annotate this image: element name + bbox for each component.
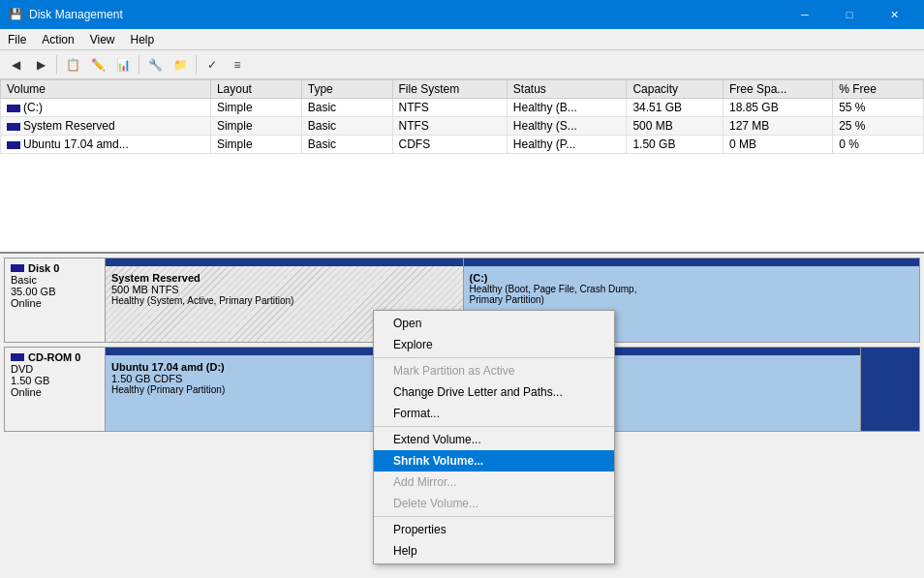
partition-system-reserved-label: System Reserved bbox=[111, 272, 457, 284]
menu-view[interactable]: View bbox=[82, 29, 123, 49]
disk-cdrom-name: CD-ROM 0 bbox=[28, 351, 80, 363]
partition-cdrom-extra bbox=[861, 348, 919, 431]
col-capacity: Capacity bbox=[627, 80, 724, 99]
ctx-item-add-mirror: Add Mirror... bbox=[374, 472, 614, 493]
partition-system-reserved-size: 500 MB NTFS bbox=[111, 284, 457, 295]
menu-bar: File Action View Help bbox=[0, 29, 924, 50]
disk-0-name: Disk 0 bbox=[28, 262, 59, 274]
ctx-item-help[interactable]: Help bbox=[374, 540, 614, 562]
window-title: Disk Management bbox=[29, 8, 123, 21]
partition-c-label: (C:) bbox=[470, 272, 913, 284]
cell-volume: (C:) bbox=[1, 99, 211, 117]
cell-layout: Simple bbox=[210, 117, 301, 136]
list-button[interactable]: ≡ bbox=[226, 53, 249, 76]
ctx-item-format[interactable]: Format... bbox=[374, 403, 614, 424]
folder-button[interactable]: 📁 bbox=[169, 53, 192, 76]
disk-cdrom-status: Online bbox=[11, 386, 99, 398]
cell-filesystem: NTFS bbox=[392, 99, 507, 117]
close-button[interactable]: ✕ bbox=[872, 0, 916, 29]
cell-status: Healthy (S... bbox=[507, 117, 627, 136]
partition-system-reserved-status: Healthy (System, Active, Primary Partiti… bbox=[111, 295, 457, 306]
ctx-sep-explore bbox=[374, 357, 614, 358]
ctx-item-properties[interactable]: Properties bbox=[374, 519, 614, 540]
cell-volume: Ubuntu 17.04 amd... bbox=[1, 136, 211, 154]
menu-file[interactable]: File bbox=[0, 29, 34, 49]
cell-freespace: 0 MB bbox=[723, 136, 832, 154]
volume-table: Volume Layout Type File System Status Ca… bbox=[0, 79, 924, 154]
ctx-sep-delete bbox=[374, 516, 614, 517]
cell-percentfree: 55 % bbox=[833, 99, 924, 117]
cell-type: Basic bbox=[301, 117, 392, 136]
context-menu: OpenExploreMark Partition as ActiveChang… bbox=[373, 310, 615, 564]
table-row[interactable]: (C:) Simple Basic NTFS Healthy (B... 34.… bbox=[1, 99, 924, 117]
cell-percentfree: 25 % bbox=[833, 117, 924, 136]
disk-map-wrapper: Disk 0 Basic 35.00 GB Online System Rese… bbox=[0, 254, 924, 578]
ctx-item-mark-active: Mark Partition as Active bbox=[374, 360, 614, 381]
ctx-item-change-letter[interactable]: Change Drive Letter and Paths... bbox=[374, 381, 614, 403]
check-button[interactable]: ✓ bbox=[200, 53, 224, 76]
ctx-sep-format bbox=[374, 426, 614, 427]
disk-cdrom-type: DVD bbox=[11, 363, 99, 375]
cell-status: Healthy (P... bbox=[507, 136, 627, 154]
col-status: Status bbox=[507, 80, 627, 99]
edit-button[interactable]: ✏️ bbox=[86, 53, 109, 76]
back-button[interactable]: ◀ bbox=[4, 53, 27, 76]
tool-button[interactable]: 🔧 bbox=[143, 53, 167, 76]
cell-filesystem: NTFS bbox=[392, 117, 507, 136]
table-row[interactable]: System Reserved Simple Basic NTFS Health… bbox=[1, 117, 924, 136]
ctx-item-open[interactable]: Open bbox=[374, 313, 614, 334]
cell-layout: Simple bbox=[210, 99, 301, 117]
col-percentfree: % Free bbox=[833, 80, 924, 99]
toolbar-sep-2 bbox=[139, 55, 139, 75]
cell-freespace: 18.85 GB bbox=[723, 99, 832, 117]
col-type: Type bbox=[301, 80, 392, 99]
menu-help[interactable]: Help bbox=[123, 29, 163, 49]
disk-cdrom-label: CD-ROM 0 DVD 1.50 GB Online bbox=[4, 347, 106, 432]
col-filesystem: File System bbox=[392, 80, 507, 99]
col-freespace: Free Spa... bbox=[723, 80, 832, 99]
menu-action[interactable]: Action bbox=[34, 29, 81, 49]
cell-freespace: 127 MB bbox=[723, 117, 832, 136]
ctx-item-shrink[interactable]: Shrink Volume... bbox=[374, 450, 614, 472]
cell-filesystem: CDFS bbox=[392, 136, 507, 154]
title-bar: 💾 Disk Management ─ □ ✕ bbox=[0, 0, 924, 29]
col-volume: Volume bbox=[1, 80, 211, 99]
disk-cdrom-size: 1.50 GB bbox=[11, 375, 99, 386]
disk-button[interactable]: 📊 bbox=[111, 53, 135, 76]
minimize-button[interactable]: ─ bbox=[783, 0, 827, 29]
disk-0-status: Online bbox=[11, 297, 99, 309]
disk-0-label: Disk 0 Basic 35.00 GB Online bbox=[4, 258, 106, 343]
properties-button[interactable]: 📋 bbox=[61, 53, 84, 76]
toolbar-sep-3 bbox=[196, 55, 197, 75]
partition-system-reserved-fill bbox=[106, 259, 463, 266]
cell-type: Basic bbox=[301, 99, 392, 117]
title-bar-left: 💾 Disk Management bbox=[8, 7, 123, 22]
cell-volume: System Reserved bbox=[1, 117, 211, 136]
partition-c-status: Healthy (Boot, Page File, Crash Dump,Pri… bbox=[470, 284, 913, 305]
cell-status: Healthy (B... bbox=[507, 99, 627, 117]
maximize-button[interactable]: □ bbox=[827, 0, 872, 29]
disk-0-type: Basic bbox=[11, 274, 99, 286]
ctx-item-delete: Delete Volume... bbox=[374, 493, 614, 514]
title-bar-controls: ─ □ ✕ bbox=[783, 0, 916, 29]
table-row[interactable]: Ubuntu 17.04 amd... Simple Basic CDFS He… bbox=[1, 136, 924, 154]
cell-type: Basic bbox=[301, 136, 392, 154]
table-header-row: Volume Layout Type File System Status Ca… bbox=[1, 80, 924, 99]
partition-c-fill bbox=[464, 259, 919, 266]
app-icon: 💾 bbox=[8, 7, 23, 22]
ctx-item-explore[interactable]: Explore bbox=[374, 334, 614, 355]
toolbar: ◀ ▶ 📋 ✏️ 📊 🔧 📁 ✓ ≡ bbox=[0, 50, 924, 79]
cell-percentfree: 0 % bbox=[833, 136, 924, 154]
forward-button[interactable]: ▶ bbox=[29, 53, 52, 76]
cell-capacity: 500 MB bbox=[627, 117, 724, 136]
disk-0-size: 35.00 GB bbox=[11, 286, 99, 297]
main-content: Volume Layout Type File System Status Ca… bbox=[0, 79, 924, 578]
cell-capacity: 1.50 GB bbox=[627, 136, 724, 154]
cell-layout: Simple bbox=[210, 136, 301, 154]
volume-table-container: Volume Layout Type File System Status Ca… bbox=[0, 79, 924, 254]
toolbar-sep-1 bbox=[56, 55, 57, 75]
ctx-item-extend[interactable]: Extend Volume... bbox=[374, 429, 614, 450]
cell-capacity: 34.51 GB bbox=[627, 99, 724, 117]
col-layout: Layout bbox=[210, 80, 301, 99]
